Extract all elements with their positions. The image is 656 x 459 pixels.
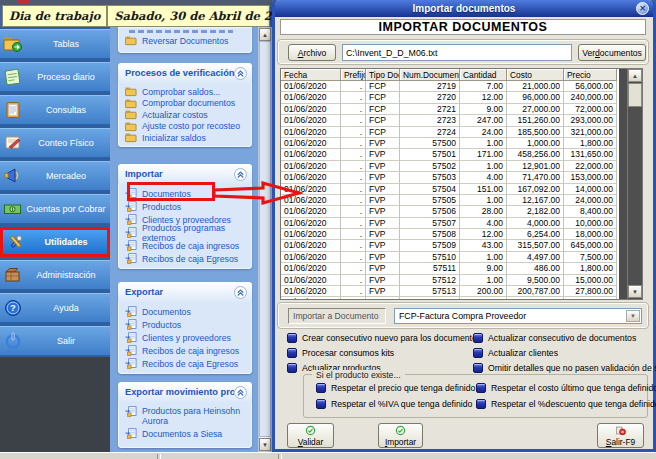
archivo-button[interactable]: Archivo — [288, 44, 336, 61]
panel-header-exportar[interactable]: Exportar — [118, 282, 252, 302]
sidebar-item-mercadeo[interactable]: Mercadeo — [0, 161, 110, 191]
task-item[interactable]: Clientes y proveedores — [118, 331, 252, 344]
table-row[interactable]: 01/06/2020.FCP272012.0096,000.00240,000.… — [281, 92, 642, 103]
table-scrollbar[interactable]: ▲ ▼ — [627, 69, 642, 299]
table-row[interactable]: 01/06/2020.FVP575074.004,000.0010,000.00 — [281, 218, 642, 229]
task-item[interactable]: Recibos de caja ingresos — [118, 344, 252, 357]
checkbox-icon[interactable] — [287, 348, 297, 358]
task-item[interactable]: Productos — [118, 318, 252, 331]
task-item[interactable]: Actualizar costos — [118, 109, 252, 121]
option-respetar-el-costo-[interactable]: Respetar el costo último que tenga defin… — [476, 382, 656, 394]
checkbox-icon[interactable] — [287, 333, 297, 343]
column-header-precio[interactable]: Precio — [564, 69, 617, 81]
table-row[interactable]: 01/06/2020.FCP27219.0027,000.0072,000.00 — [281, 104, 642, 115]
task-panel-scrollbar[interactable]: ▲ ▼ — [258, 27, 272, 452]
task-item[interactable]: Documentos a Siesa — [118, 427, 252, 440]
sidebar-item-administracion[interactable]: Administración — [0, 260, 110, 290]
scroll-down-button[interactable]: ▼ — [628, 285, 642, 298]
scroll-thumb[interactable] — [628, 83, 642, 107]
checkbox-icon[interactable] — [476, 383, 486, 393]
sidebar-item-consultas[interactable]: Consultas — [0, 95, 110, 125]
table-row[interactable]: 01/06/2020.FVP57513200.00200,787.0027,80… — [281, 286, 642, 297]
task-item[interactable]: Productos para Heinsohn Aurora — [118, 405, 252, 427]
checkbox-icon[interactable] — [316, 383, 326, 393]
checkbox-icon[interactable] — [473, 333, 483, 343]
task-item[interactable]: Productos — [118, 200, 252, 213]
table-row[interactable]: 01/06/2020.FVP57504151.00167,092.0014,00… — [281, 184, 642, 195]
option-procesar-consumos-[interactable]: Procesar consumos kits — [287, 347, 394, 359]
sidebar-item-salir[interactable]: Salir — [0, 326, 110, 356]
validar-button[interactable]: Validar — [287, 423, 334, 448]
option-respetar-el-%iva-q[interactable]: Respetar el %IVA que tenga definido — [316, 398, 472, 410]
table-row[interactable]: 01/06/2020.FVP575034.0071,470.00153,000.… — [281, 172, 642, 183]
dialog-titlebar[interactable]: Importar documentos ✕ — [275, 0, 653, 17]
column-header-cantidad[interactable]: Cantidad — [460, 69, 507, 81]
column-header-tipo-doc-[interactable]: Tipo Doc. — [366, 69, 400, 81]
checkbox-icon[interactable] — [473, 363, 483, 373]
task-item-documentos[interactable]: Documentos — [118, 187, 252, 200]
table-row[interactable]: 01/06/2020.FVP5750812.006,254.0018,000.0… — [281, 229, 642, 240]
collapse-chevron-icon[interactable] — [234, 67, 247, 80]
panel-header-exportar-movimiento[interactable]: Exportar movimiento progra... — [118, 382, 252, 402]
sidebar-item-cuentas-por-cobrar[interactable]: Cuentas por Cobrar — [0, 194, 110, 224]
scroll-up-button[interactable]: ▲ — [628, 69, 642, 82]
sidebar-item-conteo-fisico[interactable]: Conteo Físico — [0, 128, 110, 158]
table-row[interactable]: 01/06/2020.FVP575101.004,497.007,500.00 — [281, 252, 642, 263]
task-item[interactable]: Productos programas externos — [118, 226, 252, 239]
table-row[interactable]: 01/06/2020.FVP575021.0012,901.0022,000.0… — [281, 161, 642, 172]
table-row[interactable]: 01/06/2020.FVP575051.0012,167.0024,000.0… — [281, 195, 642, 206]
sidebar-item-tablas[interactable]: Tablas — [0, 29, 110, 59]
option-respetar-el-%descu[interactable]: Respetar el %descuento que tenga definid… — [476, 398, 656, 410]
document-type-dropdown[interactable]: FCP-Factura Compra Proveedor ▼ — [394, 308, 642, 324]
column-header-fecha[interactable]: Fecha — [281, 69, 341, 81]
task-item[interactable]: Inicializar saldos — [118, 132, 252, 144]
sidebar-item-ayuda[interactable]: ?Ayuda — [0, 293, 110, 323]
table-row[interactable]: 01/06/2020.FVP5750943.00315,507.00645,00… — [281, 240, 642, 251]
ver-documentos-button[interactable]: Ver documentos — [578, 44, 646, 61]
checkbox-icon[interactable] — [473, 348, 483, 358]
table-row[interactable]: 01/06/2020.FVP575121.009,500.0015,000.00 — [281, 275, 642, 286]
collapse-chevron-icon[interactable] — [234, 386, 247, 399]
salir-button[interactable]: Salir-F9 — [597, 423, 644, 448]
column-header-costo[interactable]: Costo — [507, 69, 564, 81]
scroll-down-button[interactable]: ▼ — [259, 438, 271, 451]
task-item[interactable]: Comprobar saldos... — [118, 86, 252, 98]
task-item[interactable]: Recibos de caja Egresos — [118, 252, 252, 265]
task-item[interactable]: Recibos de caja Egresos — [118, 357, 252, 370]
option-actualizar-consecu[interactable]: Actualizar consecutivo de documentos — [473, 332, 636, 344]
option-actualizar-cliente[interactable]: Actualizar clientes — [473, 347, 558, 359]
close-icon[interactable]: ✕ — [636, 2, 649, 15]
scroll-up-button[interactable]: ▲ — [259, 28, 271, 41]
task-item[interactable]: Ajuste costo por recosteo — [118, 121, 252, 133]
collapse-chevron-icon[interactable] — [234, 286, 247, 299]
table-row[interactable]: 01/06/2020.FVP57501171.00458,256.00131,6… — [281, 149, 642, 160]
table-row[interactable]: 01/06/2020.FVP57514 — [281, 297, 642, 300]
scroll-thumb[interactable] — [259, 41, 271, 437]
column-header-prefijo[interactable]: Prefijo — [341, 69, 366, 81]
sidebar-item-proceso-diario[interactable]: Proceso diario — [0, 62, 110, 92]
option-respetar-el-precio[interactable]: Respetar el precio que tenga definido — [316, 382, 475, 394]
task-item[interactable]: Recibos de caja ingresos — [118, 239, 252, 252]
chevron-down-icon[interactable]: ▼ — [626, 310, 640, 322]
file-path-input[interactable] — [342, 44, 572, 61]
importar-button[interactable]: Importar — [378, 423, 423, 448]
table-row[interactable]: 01/06/2020.FCP272424.00185,500.00321,000… — [281, 127, 642, 138]
checkbox-icon[interactable] — [476, 399, 486, 409]
task-item[interactable]: Comprobar documentos — [118, 98, 252, 110]
panel-header-procesos-de-verificacion[interactable]: Procesos de verificación — [118, 63, 252, 83]
table-row[interactable]: 01/06/2020.FCP27197.0021,000.0056,000.00 — [281, 81, 642, 92]
table-row[interactable]: 01/06/2020.FVP575119.00486.001,800.00 — [281, 263, 642, 274]
panel-header-importar[interactable]: Importar — [118, 164, 252, 184]
collapse-chevron-icon[interactable] — [234, 168, 247, 181]
option-omitir-detalles-qu[interactable]: Omitir detalles que no pasen validación … — [473, 362, 656, 374]
table-row[interactable]: 01/06/2020.FVP5750628.002,182.008,400.00 — [281, 206, 642, 217]
checkbox-icon[interactable] — [316, 399, 326, 409]
table-row[interactable]: 01/06/2020.FVP575001.001,000.001,800.00 — [281, 138, 642, 149]
sidebar-item-utilidades[interactable]: Utilidades — [0, 227, 110, 257]
checkbox-icon[interactable] — [287, 363, 297, 373]
task-item[interactable]: Reversar Documentos — [118, 34, 252, 47]
column-header-num-documento[interactable]: Num.Documento — [400, 69, 460, 81]
table-row[interactable]: 01/06/2020.FCP2723247.00151,260.00293,00… — [281, 115, 642, 126]
option-crear-consecutivo-[interactable]: Crear consecutivo nuevo para los documen… — [287, 332, 481, 344]
task-item[interactable]: Documentos — [118, 305, 252, 318]
